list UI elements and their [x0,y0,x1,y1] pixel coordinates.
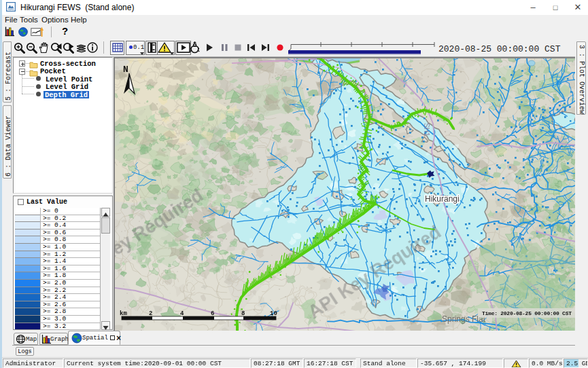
svg-text:SH1: SH1 [423,123,430,136]
svg-text:4: 4 [180,310,184,317]
svg-text:6: 6 [211,310,214,317]
svg-text:10: 10 [270,310,277,317]
svg-text:8: 8 [241,310,245,317]
svg-text:km: km [120,310,127,317]
svg-text:Hikurangi: Hikurangi [425,194,460,204]
svg-text:N: N [123,65,128,75]
svg-text:Time: 2020-08-25 00:00:00 CST: Time: 2020-08-25 00:00:00 CST [482,310,572,316]
svg-text:2: 2 [149,310,152,317]
